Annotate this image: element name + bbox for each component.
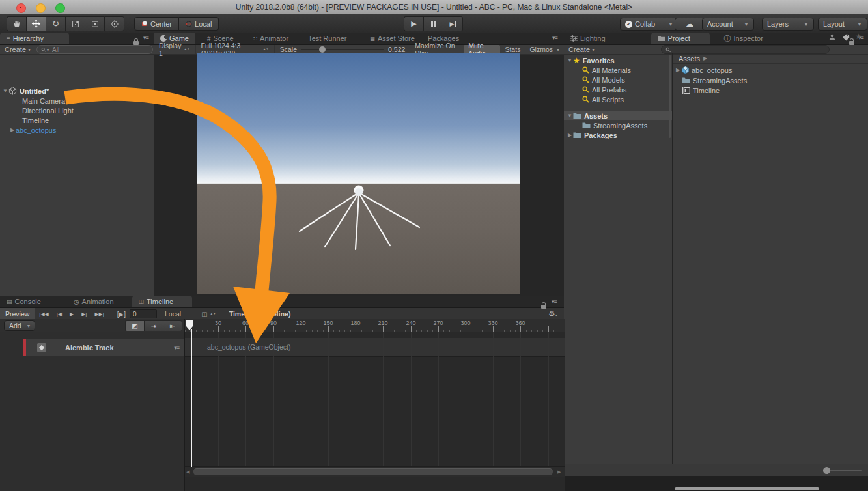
favorites-filter-icon[interactable]: ★ <box>855 32 862 41</box>
tree-scrollbar[interactable] <box>669 55 671 138</box>
thumbnail-slider-track[interactable] <box>826 470 862 471</box>
scale-tool-button[interactable] <box>65 16 85 31</box>
layers-dropdown[interactable]: Layers▼ <box>762 18 814 31</box>
hierarchy-item-main-camera[interactable]: Main Camera <box>22 96 65 105</box>
track-menu-icon[interactable]: ▾≡ <box>174 344 179 351</box>
next-frame-button[interactable]: ▶| <box>77 308 91 320</box>
hierarchy-item-directional-light[interactable]: Directional Light <box>22 105 74 115</box>
zoom-window-button[interactable] <box>55 3 65 13</box>
project-create-button[interactable]: Create▾ <box>564 46 599 53</box>
tab-project[interactable]: Project <box>651 33 710 44</box>
tab-hierarchy[interactable]: ≡Hierarchy <box>0 33 69 44</box>
star-icon: ★ <box>573 56 580 65</box>
project-search-input[interactable] <box>673 46 825 54</box>
track-color-stripe <box>23 339 26 356</box>
pivot-toggle-button[interactable]: Center <box>134 17 179 31</box>
play-range-toggle[interactable]: [▶] <box>113 308 130 320</box>
mix-mode-button[interactable]: ◩ <box>125 320 144 331</box>
step-button[interactable]: ▶ <box>443 16 463 31</box>
tab-animation[interactable]: ◷Animation <box>67 296 120 307</box>
replace-mode-button[interactable]: ⇤ <box>163 320 182 331</box>
timeline-selector[interactable]: ◫▲▼ <box>197 308 220 320</box>
play-timeline-button[interactable]: ▶ <box>66 308 77 320</box>
thumbnail-slider-knob[interactable] <box>823 467 830 474</box>
rotation-toggle-button[interactable]: Local <box>179 17 219 31</box>
project-search-field[interactable] <box>661 45 830 54</box>
preview-toggle[interactable]: Preview <box>0 308 35 320</box>
hand-tool-button[interactable] <box>7 16 26 31</box>
tab-inspector[interactable]: ⓘInspector <box>718 33 770 44</box>
collab-filter-icon[interactable] <box>828 34 836 41</box>
aspect-dropdown[interactable]: Full 1024 4:3 (1024x768)▲▼ <box>196 45 275 54</box>
hierarchy-toolbar: Create▾ ▾ <box>0 45 154 55</box>
track-name: Alembic Track <box>65 344 114 352</box>
ripple-mode-button[interactable]: ⇥ <box>144 320 163 331</box>
horizontal-scrollbar[interactable] <box>675 487 819 490</box>
tree-item-streamingassets[interactable]: StreamingAssets <box>582 120 647 130</box>
mute-audio-button[interactable]: Mute Audio <box>464 45 500 54</box>
goto-end-button[interactable]: ▶▶| <box>91 308 107 320</box>
gizmos-dropdown[interactable]: Gizmos▾ <box>525 45 564 54</box>
scene-row[interactable]: ▼ Untitled* ▾≡ <box>0 86 154 96</box>
panel-menu-icon[interactable]: ▾≡ <box>552 35 557 41</box>
transform-tool-button[interactable] <box>104 16 124 31</box>
panel-menu-icon[interactable]: ▾≡ <box>143 35 148 41</box>
favorites-root[interactable]: ▼ ★ Favorites <box>567 55 615 65</box>
timeline-scrollbar[interactable]: ◀ ▶ <box>185 466 565 477</box>
ruler-units-dropdown[interactable]: Local <box>161 308 185 320</box>
move-tool-button[interactable] <box>26 16 46 31</box>
pivot-center-icon <box>141 21 148 27</box>
scene-menu-icon[interactable]: ▾≡ <box>145 88 150 94</box>
lock-icon[interactable] <box>133 36 139 48</box>
rotation-local-icon <box>186 21 192 27</box>
prev-frame-button[interactable]: |◀ <box>53 308 66 320</box>
maximize-on-play-button[interactable]: Maximize On Play <box>410 45 464 54</box>
tab-console[interactable]: ▤Console <box>0 296 48 307</box>
hierarchy-item-timeline[interactable]: Timeline <box>22 115 49 125</box>
favorite-all-models[interactable]: All Models <box>582 75 625 85</box>
breadcrumb[interactable]: Assets▶ <box>673 53 868 64</box>
cloud-button[interactable]: ☁ <box>675 18 705 31</box>
play-button[interactable]: ▶ <box>404 16 423 31</box>
tab-lighting[interactable]: Lighting <box>564 33 612 44</box>
scroll-left-icon[interactable]: ◀ <box>186 470 189 475</box>
rect-tool-button[interactable] <box>85 16 104 31</box>
lock-icon[interactable] <box>541 300 546 311</box>
tree-item-packages[interactable]: ▶ Packages <box>567 130 617 140</box>
tree-item-assets[interactable]: ▼ Assets <box>564 111 672 120</box>
favorite-all-prefabs[interactable]: All Prefabs <box>582 85 626 94</box>
account-dropdown[interactable]: Account▼ <box>702 18 754 31</box>
stats-button[interactable]: Stats <box>500 45 525 54</box>
minimize-window-button[interactable] <box>36 3 46 13</box>
label-filter-icon[interactable] <box>842 34 850 41</box>
layout-dropdown[interactable]: Layout▼ <box>818 18 867 31</box>
pause-button[interactable] <box>423 16 443 31</box>
tab-asset-store[interactable]: ▦Asset Store <box>363 33 421 44</box>
track-alembic[interactable]: Alembic Track ▾≡ <box>23 339 184 356</box>
favorite-all-scripts[interactable]: All Scripts <box>582 94 624 104</box>
favorite-all-materials[interactable]: All Materials <box>582 65 631 75</box>
hierarchy-item-abc-octopus[interactable]: ▶abc_octopus <box>9 125 56 135</box>
goto-start-button[interactable]: |◀◀ <box>35 308 52 320</box>
search-icon <box>665 47 671 53</box>
scrollbar-thumb[interactable] <box>193 468 553 475</box>
collab-dropdown[interactable]: ✔ Collab ▼ <box>620 18 679 31</box>
hierarchy-create-button[interactable]: Create▾ <box>0 46 35 53</box>
scroll-right-icon[interactable]: ▶ <box>557 470 561 475</box>
panel-menu-icon[interactable]: ▾≡ <box>552 298 557 305</box>
timeline-ruler[interactable]: 30 60 90 120 150 180 210 240 270 300 330… <box>184 319 565 332</box>
asset-item-abc-octopus[interactable]: ▶ abc_octopus <box>675 65 732 75</box>
add-track-button[interactable]: Add▾ <box>4 320 35 331</box>
rotate-tool-button[interactable]: ↻ <box>46 16 65 31</box>
tab-timeline[interactable]: ◫Timeline <box>132 296 192 307</box>
scale-slider[interactable] <box>301 46 384 53</box>
project-footer <box>564 464 868 476</box>
display-dropdown[interactable]: Display 1▲▼ <box>154 45 196 54</box>
lock-icon[interactable] <box>849 36 854 48</box>
asset-item-streamingassets[interactable]: StreamingAssets <box>682 76 747 85</box>
frame-field[interactable] <box>130 309 157 318</box>
asset-item-timeline[interactable]: Timeline <box>682 85 720 95</box>
timeline-settings-gear-icon[interactable]: ⚙▾ <box>548 309 557 318</box>
tab-test-runner[interactable]: Test Runner <box>301 33 353 44</box>
close-window-button[interactable] <box>16 3 26 13</box>
